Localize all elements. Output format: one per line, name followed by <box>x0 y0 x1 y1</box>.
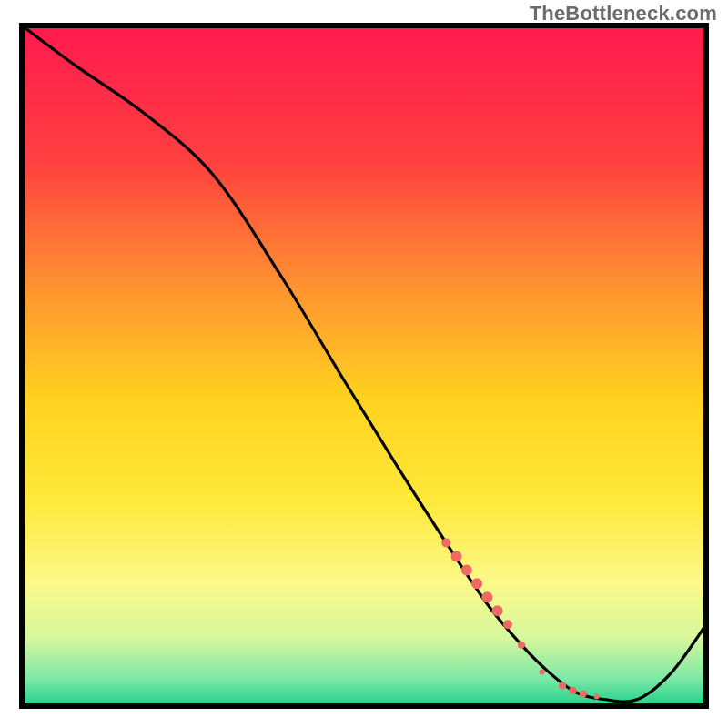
highlight-point <box>559 682 566 690</box>
highlight-point <box>461 564 472 575</box>
plot-background <box>22 25 706 706</box>
bottleneck-chart <box>0 0 728 728</box>
highlight-point <box>569 687 576 694</box>
highlight-point <box>503 620 512 629</box>
highlight-point <box>594 694 600 700</box>
highlight-point <box>441 538 450 547</box>
highlight-point <box>471 578 482 589</box>
highlight-point <box>481 592 492 602</box>
highlight-point <box>580 691 587 698</box>
watermark-text: TheBottleneck.com <box>530 2 717 25</box>
highlight-point <box>492 605 503 616</box>
highlight-point <box>540 670 545 675</box>
highlight-point <box>518 642 525 649</box>
highlight-point <box>451 551 462 561</box>
chart-container: TheBottleneck.com <box>0 0 728 728</box>
